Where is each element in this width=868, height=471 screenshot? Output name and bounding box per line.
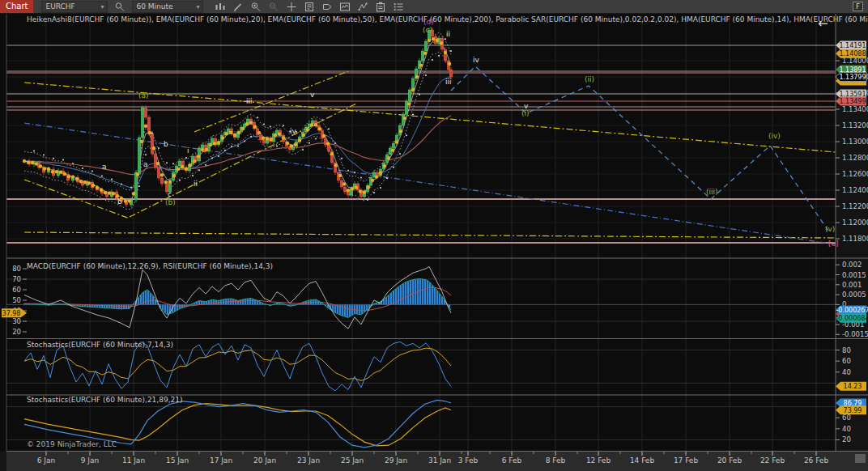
parabolic-sar-dot	[419, 94, 420, 95]
scrollbar-corner[interactable]	[855, 454, 866, 463]
parabolic-sar-dot	[373, 192, 375, 193]
hma-dot	[245, 122, 249, 125]
parabolic-sar-dot	[43, 155, 45, 156]
macd-panel-indicator-label: MACD(EURCHF (60 Minute),12,26,9), RSI(EU…	[27, 262, 273, 270]
date-label: 6 Feb	[502, 456, 522, 465]
hma-dot	[298, 138, 301, 142]
chart-style-icon[interactable]	[215, 1, 226, 12]
price-tick-label: 1.12000	[842, 219, 868, 227]
price-tick-label: 1.12400	[842, 186, 868, 194]
macd-histogram-bar	[121, 304, 122, 308]
rsi-tick-label: 70	[12, 275, 21, 283]
search-icon[interactable]	[114, 1, 126, 12]
instrument-select[interactable]: EURCHF ▾	[41, 1, 108, 13]
date-label: 14 Feb	[630, 456, 655, 465]
macd-histogram-bar	[167, 304, 168, 314]
candle	[392, 143, 395, 148]
parabolic-sar-dot	[450, 50, 452, 52]
hma-dot	[168, 180, 172, 184]
hma-dot	[403, 117, 406, 120]
macd-tick-label: 0.0005	[842, 291, 866, 299]
hma-dot	[318, 127, 321, 130]
properties-icon[interactable]	[393, 1, 404, 12]
hma-dot	[132, 192, 135, 195]
parabolic-sar-dot	[101, 176, 103, 177]
hma-dot	[75, 177, 79, 180]
hma-dot	[67, 175, 70, 178]
hma-dot	[444, 51, 447, 54]
freehand-draw-icon[interactable]	[357, 1, 368, 12]
price-panel-indicator-label: HeikenAshi8(EURCHF (60 Minute)), EMA(EUR…	[27, 15, 868, 23]
wave-label: (iv)	[768, 132, 781, 140]
zoom-out-icon[interactable]	[268, 1, 279, 12]
parabolic-sar-dot	[244, 140, 245, 142]
f-button[interactable]: F	[853, 2, 863, 11]
wave-label: (a)	[138, 91, 149, 100]
hma-dot	[436, 39, 439, 42]
candle	[347, 192, 350, 195]
interval-select[interactable]: 60 Minute ▾	[132, 1, 203, 13]
parabolic-sar-dot	[231, 146, 232, 147]
price-marker-icon[interactable]	[321, 1, 333, 12]
hma-dot	[310, 123, 313, 126]
macd-histogram-bar	[247, 299, 249, 304]
parabolic-sar-dot	[380, 187, 381, 189]
hma-dot	[177, 168, 180, 171]
hma-dot	[253, 125, 257, 129]
hma-dot	[233, 134, 236, 137]
date-label: 23 Jan	[297, 456, 320, 465]
candle	[141, 108, 144, 138]
date-label: 6 Jan	[37, 456, 55, 465]
price-tick-label: 1.12800	[842, 154, 868, 162]
macd-histogram-bar	[242, 299, 244, 304]
macd-histogram-bar	[410, 281, 411, 305]
parabolic-sar-dot	[315, 138, 317, 140]
hma-dot	[156, 162, 160, 165]
stoch1-tick-label: 60	[842, 357, 851, 365]
time-axis-left-corner	[0, 452, 6, 471]
hma-dot	[241, 127, 245, 130]
wave-label: (v)	[825, 225, 835, 233]
wave-label: (c)	[423, 26, 432, 34]
tab-chart[interactable]: Chart	[0, 0, 33, 13]
hma-dot	[440, 41, 443, 45]
stoch1-tick-label: 40	[842, 368, 851, 376]
hma-dot	[51, 170, 54, 173]
candle	[138, 138, 141, 172]
parabolic-sar-dot	[145, 154, 147, 155]
macd-histogram-bar	[356, 304, 358, 314]
hma-dot	[140, 140, 143, 143]
hma-dot	[363, 190, 366, 193]
macd-histogram-bar	[150, 293, 151, 304]
stoch2-tick-label: 40	[842, 425, 851, 433]
stoch1-tick-label: 80	[842, 346, 851, 354]
hma-dot	[104, 191, 107, 194]
hma-dot	[79, 180, 83, 183]
parabolic-sar-dot	[53, 158, 54, 159]
macd-histogram-bar	[424, 279, 426, 304]
wave-label: ii	[446, 30, 450, 38]
parabolic-sar-dot	[151, 133, 153, 134]
price-tag-text: 1.13591	[839, 91, 866, 98]
macd-histogram-bar	[434, 288, 436, 305]
hma-dot	[347, 189, 350, 192]
hma-dot	[302, 134, 305, 137]
data-series-icon[interactable]	[304, 1, 315, 12]
back-arrow-icon[interactable]: ←	[818, 16, 828, 31]
hma-dot	[278, 133, 281, 136]
macd-histogram-bar	[113, 304, 115, 308]
chart-trader-icon[interactable]	[339, 1, 351, 12]
parabolic-sar-dot	[237, 145, 239, 146]
wave-label: (iii)	[706, 188, 718, 196]
macd-histogram-bar	[140, 295, 142, 304]
candle	[327, 145, 330, 151]
hma-dot	[257, 131, 261, 134]
hma-dot	[411, 88, 415, 91]
snapshot-icon[interactable]	[375, 1, 386, 12]
parabolic-sar-dot	[367, 199, 368, 201]
date-label: 26 Feb	[804, 456, 829, 465]
toolbar: Chart EURCHF ▾ 60 Minute ▾	[0, 0, 868, 14]
crosshair-icon[interactable]	[286, 1, 297, 12]
drawing-tools-icon[interactable]	[232, 1, 244, 12]
zoom-in-icon[interactable]	[250, 1, 262, 12]
